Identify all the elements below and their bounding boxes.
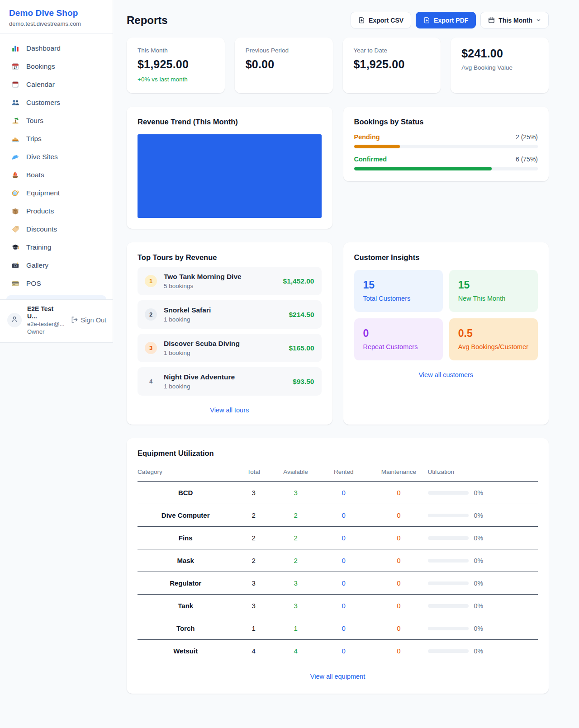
cell-total: 1: [233, 617, 274, 640]
shop-name: Demo Dive Shop: [9, 8, 104, 18]
status-progress-fill: [354, 167, 492, 170]
column-header-rented: Rented: [318, 464, 370, 482]
user-email: e2e-tester@...: [27, 321, 65, 327]
sidebar-item-tours[interactable]: Tours: [0, 112, 113, 130]
sidebar-item-dashboard[interactable]: Dashboard: [0, 39, 113, 57]
stat-card-avg-booking-value: $241.00 Avg Booking Value: [451, 38, 549, 93]
water-wave-icon: [11, 152, 20, 161]
period-label: This Month: [498, 17, 532, 24]
sidebar-item-bookings[interactable]: 17 Bookings: [0, 57, 113, 76]
cell-category: Dive Computer: [138, 504, 233, 527]
graduation-cap-icon: [11, 243, 20, 252]
tile-value: 0.5: [458, 327, 529, 340]
tour-bookings: 1 booking: [164, 316, 282, 323]
camera-flash-icon: [11, 261, 20, 270]
cell-available: 2: [274, 504, 318, 527]
sidebar-item-label: Calendar: [26, 80, 55, 89]
sidebar-item-label: Dive Sites: [26, 153, 58, 161]
revenue-trend-chart: [138, 134, 322, 218]
cell-available: 3: [274, 482, 318, 504]
sidebar-item-gallery[interactable]: Gallery: [0, 256, 113, 274]
list-item: 3 Discover Scuba Diving 1 booking $165.0…: [138, 334, 322, 362]
user-role: Owner: [27, 328, 65, 335]
list-item: 2 Snorkel Safari 1 booking $214.50: [138, 300, 322, 329]
tour-revenue: $93.50: [293, 378, 314, 386]
sailboat-icon: [11, 170, 20, 180]
sidebar-item-discounts[interactable]: Discounts: [0, 220, 113, 238]
cell-maintenance: 0: [370, 572, 427, 595]
table-row: Regulator 3 3 0 0 0%: [138, 572, 538, 595]
sidebar-item-boats[interactable]: Boats: [0, 166, 113, 184]
cell-rented: 0: [318, 504, 370, 527]
package-box-icon: [11, 207, 20, 216]
tile-total-customers: 15 Total Customers: [354, 270, 443, 312]
cell-available: 2: [274, 527, 318, 549]
sidebar-item-label: Trips: [26, 135, 42, 143]
bookings-by-status-card: Bookings by Status Pending 2 (25%) Confi…: [343, 107, 549, 181]
cell-available: 3: [274, 595, 318, 617]
chevron-down-icon: [536, 18, 541, 23]
equipment-table: Category Total Available Rented Maintena…: [138, 464, 538, 662]
stat-label: Year to Date: [354, 47, 430, 54]
status-count: 6 (75%): [516, 156, 538, 163]
utilization-bar: [428, 491, 469, 495]
sidebar-item-training[interactable]: Training: [0, 238, 113, 256]
speedboat-icon: [11, 134, 20, 143]
diving-mask-icon: [11, 189, 20, 198]
stat-value: $1,925.00: [138, 58, 214, 71]
sidebar-item-dive-sites[interactable]: Dive Sites: [0, 148, 113, 166]
sidebar-item-trips[interactable]: Trips: [0, 130, 113, 148]
status-row-pending: Pending 2 (25%): [354, 133, 538, 148]
view-all-customers-link[interactable]: View all customers: [354, 371, 538, 378]
cell-maintenance: 0: [370, 549, 427, 572]
cell-available: 4: [274, 640, 318, 662]
cell-category: Mask: [138, 549, 233, 572]
stat-delta: +0% vs last month: [138, 76, 214, 83]
page-title: Reports: [127, 14, 168, 27]
export-csv-label: Export CSV: [369, 17, 403, 24]
view-all-tours-link[interactable]: View all tours: [138, 407, 322, 414]
status-row-confirmed: Confirmed 6 (75%): [354, 156, 538, 170]
tour-bookings: 1 booking: [164, 383, 286, 390]
tour-bookings: 1 booking: [164, 350, 282, 356]
sidebar-item-pos[interactable]: POS: [0, 274, 113, 293]
utilization-percent: 0%: [474, 489, 483, 496]
stat-value: $0.00: [246, 58, 322, 71]
two-people-icon: [11, 98, 20, 107]
cell-total: 3: [233, 595, 274, 617]
sidebar-item-products[interactable]: Products: [0, 202, 113, 220]
tour-name: Discover Scuba Diving: [164, 340, 240, 347]
cell-total: 2: [233, 504, 274, 527]
cell-category: BCD: [138, 482, 233, 504]
cell-total: 2: [233, 527, 274, 549]
sidebar-nav: Dashboard 17 Bookings Calendar Customers…: [0, 34, 113, 299]
cell-maintenance: 0: [370, 527, 427, 549]
sidebar-item-equipment[interactable]: Equipment: [0, 184, 113, 202]
table-row: BCD 3 3 0 0 0%: [138, 482, 538, 504]
export-csv-button[interactable]: Export CSV: [351, 12, 411, 28]
status-progress-fill: [354, 145, 400, 148]
sidebar-item-customers[interactable]: Customers: [0, 94, 113, 112]
sidebar-item-label: Gallery: [26, 261, 48, 269]
stat-label: Previous Period: [246, 47, 322, 54]
sidebar-item-reports-active[interactable]: [6, 295, 106, 299]
svg-text:17: 17: [14, 66, 17, 69]
period-dropdown[interactable]: This Month: [480, 12, 549, 28]
tile-value: 15: [363, 279, 434, 291]
cell-category: Fins: [138, 527, 233, 549]
stat-card-this-month: This Month $1,925.00 +0% vs last month: [127, 38, 225, 93]
tour-bookings: 5 bookings: [164, 283, 276, 289]
sign-out-button[interactable]: Sign Out: [71, 316, 106, 325]
column-header-utilization: Utilization: [428, 464, 538, 482]
desert-island-icon: [11, 116, 20, 125]
app-shell: Demo Dive Shop demo.test.divestreams.com…: [0, 0, 579, 714]
equipment-utilization-title: Equipment Utilization: [138, 449, 538, 458]
export-pdf-button[interactable]: Export PDF: [416, 12, 476, 28]
tile-label: New This Month: [458, 295, 529, 302]
sidebar-item-label: POS: [26, 279, 41, 288]
tile-value: 0: [363, 327, 434, 340]
view-all-equipment-link[interactable]: View all equipment: [138, 673, 538, 680]
sidebar-item-calendar[interactable]: Calendar: [0, 76, 113, 94]
file-export-icon: [423, 17, 430, 24]
user-name: E2E Test U...: [27, 305, 65, 320]
